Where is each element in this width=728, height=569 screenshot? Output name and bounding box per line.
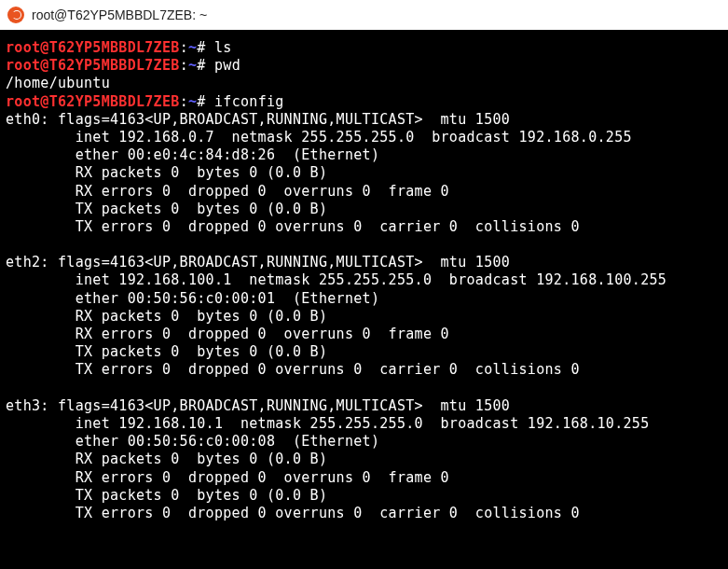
prompt-user: root@T62YP5MBBDL7ZEB — [6, 57, 180, 74]
ifconfig-eth0-l7: TX errors 0 dropped 0 overruns 0 carrier… — [6, 218, 580, 235]
prompt-cwd: ~ — [188, 93, 197, 110]
prompt-suffix: # — [197, 57, 205, 74]
prompt-sep: : — [180, 57, 188, 74]
ifconfig-eth2-l2: inet 192.168.100.1 netmask 255.255.255.0… — [6, 271, 666, 288]
ifconfig-eth2-l3: ether 00:50:56:c0:00:01 (Ethernet) — [6, 290, 379, 307]
ifconfig-eth2-l6: TX packets 0 bytes 0 (0.0 B) — [6, 343, 327, 360]
ifconfig-eth3-l5: RX errors 0 dropped 0 overruns 0 frame 0 — [6, 469, 449, 486]
prompt-user: root@T62YP5MBBDL7ZEB — [6, 39, 180, 56]
prompt-suffix: # — [197, 93, 205, 110]
ifconfig-eth2-l5: RX errors 0 dropped 0 overruns 0 frame 0 — [6, 326, 449, 342]
ifconfig-eth0-l3: ether 00:e0:4c:84:d8:26 (Ethernet) — [6, 146, 379, 163]
ubuntu-icon — [7, 7, 24, 23]
prompt-sep: : — [180, 39, 188, 56]
ifconfig-eth3-l7: TX errors 0 dropped 0 overruns 0 carrier… — [6, 505, 580, 521]
ifconfig-eth3-l6: TX packets 0 bytes 0 (0.0 B) — [6, 487, 327, 504]
command-ifconfig: ifconfig — [214, 93, 284, 110]
ifconfig-eth2-l1: eth2: flags=4163<UP,BROADCAST,RUNNING,MU… — [6, 254, 510, 271]
prompt-cwd: ~ — [188, 57, 197, 74]
command-pwd: pwd — [214, 57, 240, 74]
prompt-cwd: ~ — [188, 39, 197, 56]
terminal-output[interactable]: root@T62YP5MBBDL7ZEB:~# ls root@T62YP5MB… — [0, 30, 728, 569]
ifconfig-eth0-l5: RX errors 0 dropped 0 overruns 0 frame 0 — [6, 183, 449, 200]
prompt-suffix: # — [197, 39, 205, 56]
ifconfig-eth0-l2: inet 192.168.0.7 netmask 255.255.255.0 b… — [6, 129, 632, 146]
ifconfig-eth3-l1: eth3: flags=4163<UP,BROADCAST,RUNNING,MU… — [6, 397, 510, 414]
pwd-output: /home/ubuntu — [6, 75, 110, 91]
ifconfig-eth2-l4: RX packets 0 bytes 0 (0.0 B) — [6, 308, 327, 325]
ifconfig-eth3-l2: inet 192.168.10.1 netmask 255.255.255.0 … — [6, 415, 649, 432]
ifconfig-eth2-l7: TX errors 0 dropped 0 overruns 0 carrier… — [6, 361, 580, 378]
window-title: root@T62YP5MBBDL7ZEB: ~ — [32, 7, 207, 22]
ifconfig-eth3-l4: RX packets 0 bytes 0 (0.0 B) — [6, 451, 327, 467]
ifconfig-eth0-l4: RX packets 0 bytes 0 (0.0 B) — [6, 164, 327, 181]
command-ls: ls — [214, 39, 232, 56]
prompt-user: root@T62YP5MBBDL7ZEB — [6, 93, 180, 110]
prompt-sep: : — [180, 93, 188, 110]
ifconfig-eth0-l6: TX packets 0 bytes 0 (0.0 B) — [6, 201, 327, 217]
ifconfig-eth0-l1: eth0: flags=4163<UP,BROADCAST,RUNNING,MU… — [6, 111, 510, 128]
ifconfig-eth3-l3: ether 00:50:56:c0:00:08 (Ethernet) — [6, 433, 379, 450]
window-titlebar: root@T62YP5MBBDL7ZEB: ~ — [0, 0, 728, 30]
